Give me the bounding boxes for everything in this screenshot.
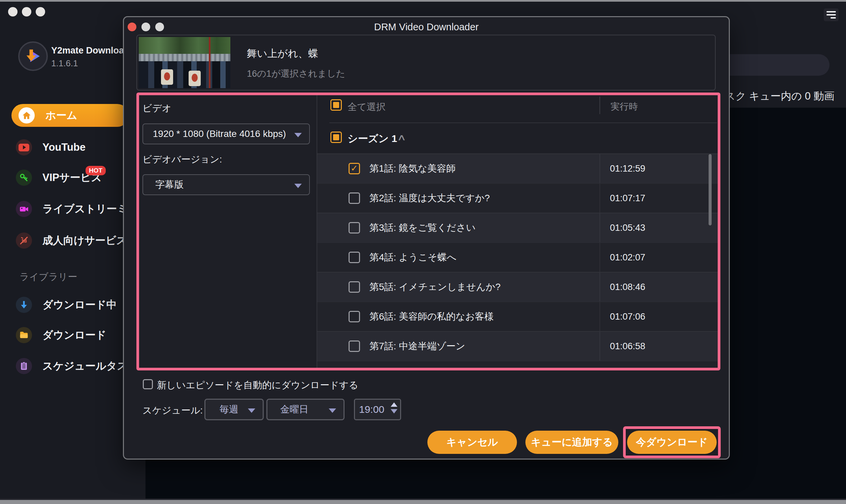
version-dropdown[interactable]: 字幕版	[142, 174, 310, 195]
video-info-box: 舞い上がれ、蝶 16の1が選択されました	[136, 35, 716, 90]
dialog-title: DRM Video Downloader	[124, 21, 729, 33]
schedule-day-dropdown[interactable]: 金曜日	[266, 399, 345, 420]
sidebar-item-home[interactable]: ホーム	[12, 104, 129, 127]
sidebar-item-downloading[interactable]: ダウンロード中	[12, 295, 117, 315]
episode-row[interactable]: 第4話: ようこそ蝶へ 01:02:07	[317, 242, 718, 272]
season-checkbox[interactable]	[330, 131, 342, 143]
episode-row[interactable]: 第2話: 温度は大丈夫ですか? 01:07:17	[317, 183, 718, 213]
screen: Y2mate Download 1.1.6.1 ホーム YouTube VIPサ…	[0, 0, 846, 504]
episode-duration: 01:06:58	[610, 341, 645, 352]
season-label: シーズン 1	[348, 132, 397, 146]
selection-status: 16の1が選択されました	[247, 68, 345, 80]
episode-row[interactable]: 第7話: 中途半端ゾーン 01:06:58	[317, 331, 718, 361]
app-logo	[18, 41, 48, 71]
window-frame-top	[0, 0, 846, 2]
dialog-content: ビデオ 1920 * 1080 (Bitrate 4016 kbps) ビデオバ…	[136, 92, 720, 371]
episode-title: 第4話: ようこそ蝶へ	[369, 251, 456, 264]
window-frame-bottom	[0, 500, 846, 504]
cancel-button[interactable]: キャンセル	[427, 431, 517, 454]
sidebar-item-adult-services[interactable]: 18 成人向けサービス	[12, 231, 127, 251]
close-button[interactable]	[8, 7, 18, 17]
episode-title: 第5話: イメチェンしませんか?	[369, 281, 500, 293]
episode-checkbox[interactable]	[349, 311, 360, 322]
episode-checkbox[interactable]	[349, 193, 360, 204]
episode-checkbox[interactable]	[349, 281, 360, 293]
video-section-label: ビデオ	[142, 102, 171, 115]
quality-dropdown[interactable]: 1920 * 1080 (Bitrate 4016 kbps)	[142, 124, 310, 144]
schedule-time-value: 19:00	[359, 404, 384, 415]
hot-badge: HOT	[86, 166, 106, 175]
runtime-column-header: 実行時	[610, 101, 638, 113]
sidebar-item-label: ダウンロード	[42, 328, 106, 342]
schedule-time-spinner[interactable]: 19:00	[354, 399, 401, 420]
episode-row-partial	[317, 361, 718, 371]
header-divider	[329, 123, 717, 123]
chevron-up-icon[interactable]: ∧	[397, 132, 407, 143]
youtube-icon	[16, 139, 32, 156]
video-camera-icon	[16, 201, 32, 217]
episode-row[interactable]: 第3話: 鏡をご覧ください 01:05:43	[317, 213, 718, 242]
chevron-down-icon	[294, 184, 302, 188]
episode-row[interactable]: 第1話: 陰気な美容師 01:12:59	[317, 154, 718, 183]
home-icon	[18, 107, 35, 124]
quality-value: 1920 * 1080 (Bitrate 4016 kbps)	[153, 128, 286, 139]
menu-button[interactable]	[824, 8, 839, 21]
select-all-label: 全て選択	[348, 101, 386, 113]
video-version-label: ビデオバージョン:	[142, 153, 222, 166]
episode-duration: 01:08:46	[610, 282, 645, 292]
sidebar-item-downloaded[interactable]: ダウンロード	[12, 325, 106, 345]
schedule-frequency-value: 毎週	[220, 403, 239, 416]
video-title: 舞い上がれ、蝶	[247, 47, 318, 60]
episode-checkbox-checked[interactable]	[349, 163, 360, 174]
sidebar-item-schedule-tasks[interactable]: スケジュールタスク	[12, 356, 138, 376]
episode-row[interactable]: 第5話: イメチェンしませんか? 01:08:46	[317, 272, 718, 302]
column-divider	[600, 96, 600, 114]
key-icon	[16, 169, 32, 186]
episode-checkbox[interactable]	[349, 222, 360, 234]
episode-duration: 01:12:59	[610, 163, 645, 174]
spinner-up-icon[interactable]	[391, 402, 397, 407]
sidebar-item-label: ダウンロード中	[42, 298, 117, 312]
schedule-day-value: 金曜日	[280, 403, 309, 416]
sidebar-item-live-streaming[interactable]: ライブストリーミン	[12, 199, 138, 219]
schedule-clipboard-icon	[16, 358, 32, 374]
minimize-button[interactable]	[22, 7, 31, 17]
spinner-down-icon[interactable]	[391, 409, 397, 414]
auto-download-label: 新しいエピソードを自動的にダウンロードする	[157, 379, 358, 392]
version-value: 字幕版	[155, 178, 184, 191]
zoom-button[interactable]	[36, 7, 45, 17]
episode-duration: 01:07:06	[610, 311, 645, 322]
episode-row[interactable]: 第6話: 美容師の私的なお客様 01:07:06	[317, 302, 718, 331]
sidebar-item-label: YouTube	[42, 141, 86, 154]
episode-title: 第6話: 美容師の私的なお客様	[369, 310, 494, 323]
chevron-down-icon	[294, 133, 302, 137]
schedule-frequency-dropdown[interactable]: 毎週	[204, 399, 264, 420]
episode-checkbox[interactable]	[349, 252, 360, 263]
schedule-label: スケジュール:	[142, 404, 203, 417]
episode-title: 第3話: 鏡をご覧ください	[369, 221, 476, 234]
download-now-button[interactable]: 今ダウンロード	[627, 431, 717, 454]
chevron-down-icon	[248, 409, 255, 413]
select-all-checkbox[interactable]	[330, 99, 342, 111]
queue-heading: スク キュー内の 0 動画	[725, 89, 834, 103]
episode-duration: 01:02:07	[610, 252, 645, 263]
app-version: 1.1.6.1	[51, 58, 78, 69]
chevron-down-icon	[329, 409, 336, 413]
sidebar-item-label: 成人向けサービス	[42, 234, 127, 248]
hamburger-icon	[827, 11, 836, 13]
y2mate-logo-icon	[23, 47, 42, 66]
app-name: Y2mate Download	[51, 46, 130, 56]
library-section-header: ライブラリー	[19, 270, 77, 283]
episode-duration: 01:07:17	[610, 193, 645, 203]
episode-list-scrollbar[interactable]	[709, 154, 712, 226]
sidebar-item-label: ホーム	[46, 108, 77, 123]
episode-duration: 01:05:43	[610, 223, 645, 233]
episode-checkbox[interactable]	[349, 341, 360, 352]
auto-download-checkbox[interactable]	[143, 379, 153, 389]
episode-title: 第1話: 陰気な美容師	[369, 162, 456, 175]
add-to-queue-button[interactable]: キューに追加する	[525, 431, 618, 454]
episode-title: 第2話: 温度は大丈夫ですか?	[369, 192, 490, 204]
sidebar-item-youtube[interactable]: YouTube	[12, 137, 86, 158]
episode-list: 第1話: 陰気な美容師 01:12:59 第2話: 温度は大丈夫ですか? 01:…	[317, 154, 718, 361]
episode-title: 第7話: 中途半端ゾーン	[369, 340, 465, 353]
